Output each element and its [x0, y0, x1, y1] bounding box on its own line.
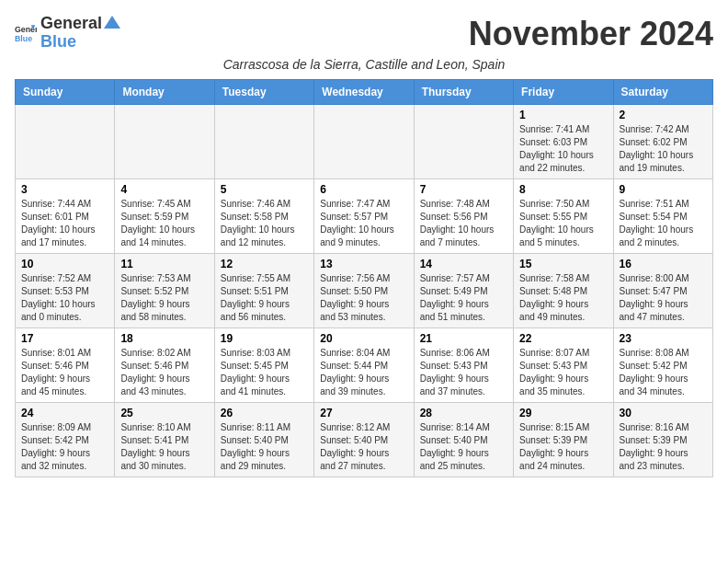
day-number: 22: [519, 332, 607, 345]
day-number: 7: [420, 183, 507, 196]
day-info: Sunrise: 8:15 AM Sunset: 5:39 PM Dayligh…: [519, 421, 607, 473]
calendar-cell: 2Sunrise: 7:42 AM Sunset: 6:02 PM Daylig…: [613, 105, 712, 179]
day-number: 11: [120, 258, 208, 270]
day-number: 9: [620, 183, 707, 196]
day-info: Sunrise: 8:08 AM Sunset: 5:42 PM Dayligh…: [620, 347, 707, 398]
weekday-header-saturday: Saturday: [613, 80, 712, 105]
day-info: Sunrise: 8:06 AM Sunset: 5:43 PM Dayligh…: [420, 347, 507, 398]
calendar-cell: 16Sunrise: 8:00 AM Sunset: 5:47 PM Dayli…: [613, 254, 712, 328]
day-info: Sunrise: 8:00 AM Sunset: 5:47 PM Dayligh…: [620, 272, 707, 324]
day-number: 27: [320, 407, 407, 419]
calendar-week-row: 24Sunrise: 8:09 AM Sunset: 5:42 PM Dayli…: [16, 403, 713, 477]
calendar-cell: [314, 105, 414, 179]
calendar-cell: 26Sunrise: 8:11 AM Sunset: 5:40 PM Dayli…: [214, 403, 313, 477]
day-number: 18: [120, 332, 208, 345]
calendar-week-row: 10Sunrise: 7:52 AM Sunset: 5:53 PM Dayli…: [16, 254, 713, 328]
day-number: 1: [519, 109, 607, 121]
day-number: 5: [221, 183, 308, 196]
day-number: 28: [420, 407, 507, 419]
weekday-header-friday: Friday: [514, 80, 613, 105]
calendar-cell: 7Sunrise: 7:48 AM Sunset: 5:56 PM Daylig…: [414, 179, 513, 254]
calendar-cell: 24Sunrise: 8:09 AM Sunset: 5:42 PM Dayli…: [16, 403, 115, 477]
day-info: Sunrise: 7:56 AM Sunset: 5:50 PM Dayligh…: [320, 272, 407, 324]
day-number: 12: [221, 258, 308, 270]
day-info: Sunrise: 8:03 AM Sunset: 5:45 PM Dayligh…: [221, 347, 308, 398]
day-info: Sunrise: 7:57 AM Sunset: 5:49 PM Dayligh…: [420, 272, 507, 324]
calendar-week-row: 1Sunrise: 7:41 AM Sunset: 6:03 PM Daylig…: [16, 105, 713, 179]
weekday-header-tuesday: Tuesday: [214, 80, 313, 105]
day-number: 17: [21, 332, 108, 345]
svg-marker-3: [104, 16, 120, 29]
day-info: Sunrise: 7:42 AM Sunset: 6:02 PM Dayligh…: [620, 123, 707, 175]
day-number: 16: [620, 258, 707, 270]
day-number: 26: [221, 407, 308, 419]
day-number: 25: [120, 407, 208, 419]
day-number: 14: [420, 258, 507, 270]
calendar-cell: 6Sunrise: 7:47 AM Sunset: 5:57 PM Daylig…: [314, 179, 414, 254]
calendar-cell: 29Sunrise: 8:15 AM Sunset: 5:39 PM Dayli…: [514, 403, 613, 477]
day-info: Sunrise: 7:41 AM Sunset: 6:03 PM Dayligh…: [519, 123, 607, 175]
calendar-cell: 14Sunrise: 7:57 AM Sunset: 5:49 PM Dayli…: [414, 254, 513, 328]
day-info: Sunrise: 8:04 AM Sunset: 5:44 PM Dayligh…: [320, 347, 407, 398]
day-info: Sunrise: 8:16 AM Sunset: 5:39 PM Dayligh…: [620, 421, 707, 473]
day-info: Sunrise: 7:55 AM Sunset: 5:51 PM Dayligh…: [221, 272, 308, 324]
svg-text:Blue: Blue: [15, 34, 32, 43]
calendar-cell: 21Sunrise: 8:06 AM Sunset: 5:43 PM Dayli…: [414, 328, 513, 403]
day-number: 4: [120, 183, 208, 196]
day-number: 8: [519, 183, 607, 196]
calendar-cell: 12Sunrise: 7:55 AM Sunset: 5:51 PM Dayli…: [214, 254, 313, 328]
day-number: 6: [320, 183, 407, 196]
calendar-cell: 1Sunrise: 7:41 AM Sunset: 6:03 PM Daylig…: [514, 105, 613, 179]
calendar-cell: 28Sunrise: 8:14 AM Sunset: 5:40 PM Dayli…: [414, 403, 513, 477]
calendar-cell: 8Sunrise: 7:50 AM Sunset: 5:55 PM Daylig…: [514, 179, 613, 254]
logo-general-text: General: [40, 15, 102, 33]
logo-triangle-icon: [104, 16, 120, 29]
day-number: 29: [519, 407, 607, 419]
day-number: 15: [519, 258, 607, 270]
calendar-table: SundayMondayTuesdayWednesdayThursdayFrid…: [15, 79, 713, 477]
month-title: November 2024: [469, 15, 713, 53]
logo: General Blue General Blue: [15, 15, 120, 52]
day-number: 21: [420, 332, 507, 345]
weekday-header-monday: Monday: [115, 80, 214, 105]
day-number: 23: [620, 332, 707, 345]
day-info: Sunrise: 8:02 AM Sunset: 5:46 PM Dayligh…: [120, 347, 208, 398]
day-info: Sunrise: 7:51 AM Sunset: 5:54 PM Dayligh…: [620, 198, 707, 249]
calendar-cell: 9Sunrise: 7:51 AM Sunset: 5:54 PM Daylig…: [613, 179, 712, 254]
day-info: Sunrise: 7:47 AM Sunset: 5:57 PM Dayligh…: [320, 198, 407, 249]
day-number: 19: [221, 332, 308, 345]
calendar-cell: [414, 105, 513, 179]
calendar-cell: 20Sunrise: 8:04 AM Sunset: 5:44 PM Dayli…: [314, 328, 414, 403]
logo-blue-text: Blue: [40, 32, 76, 51]
day-number: 13: [320, 258, 407, 270]
calendar-cell: 15Sunrise: 7:58 AM Sunset: 5:48 PM Dayli…: [514, 254, 613, 328]
subtitle: Carrascosa de la Sierra, Castille and Le…: [15, 57, 713, 72]
calendar-cell: 10Sunrise: 7:52 AM Sunset: 5:53 PM Dayli…: [16, 254, 115, 328]
calendar-cell: 13Sunrise: 7:56 AM Sunset: 5:50 PM Dayli…: [314, 254, 414, 328]
calendar-cell: 19Sunrise: 8:03 AM Sunset: 5:45 PM Dayli…: [214, 328, 313, 403]
day-number: 24: [21, 407, 108, 419]
calendar-cell: 27Sunrise: 8:12 AM Sunset: 5:40 PM Dayli…: [314, 403, 414, 477]
day-info: Sunrise: 7:45 AM Sunset: 5:59 PM Dayligh…: [120, 198, 208, 249]
day-info: Sunrise: 8:14 AM Sunset: 5:40 PM Dayligh…: [420, 421, 507, 473]
logo-icon: General Blue: [15, 22, 37, 44]
calendar-week-row: 3Sunrise: 7:44 AM Sunset: 6:01 PM Daylig…: [16, 179, 713, 254]
calendar-week-row: 17Sunrise: 8:01 AM Sunset: 5:46 PM Dayli…: [16, 328, 713, 403]
day-info: Sunrise: 8:09 AM Sunset: 5:42 PM Dayligh…: [21, 421, 108, 473]
weekday-header-thursday: Thursday: [414, 80, 513, 105]
day-info: Sunrise: 8:12 AM Sunset: 5:40 PM Dayligh…: [320, 421, 407, 473]
calendar-cell: 30Sunrise: 8:16 AM Sunset: 5:39 PM Dayli…: [613, 403, 712, 477]
day-number: 10: [21, 258, 108, 270]
calendar-cell: 17Sunrise: 8:01 AM Sunset: 5:46 PM Dayli…: [16, 328, 115, 403]
day-number: 2: [620, 109, 707, 121]
day-number: 20: [320, 332, 407, 345]
calendar-cell: 25Sunrise: 8:10 AM Sunset: 5:41 PM Dayli…: [115, 403, 214, 477]
calendar-cell: 3Sunrise: 7:44 AM Sunset: 6:01 PM Daylig…: [16, 179, 115, 254]
day-info: Sunrise: 7:48 AM Sunset: 5:56 PM Dayligh…: [420, 198, 507, 249]
calendar-cell: [16, 105, 115, 179]
day-info: Sunrise: 8:07 AM Sunset: 5:43 PM Dayligh…: [519, 347, 607, 398]
weekday-header-wednesday: Wednesday: [314, 80, 414, 105]
day-info: Sunrise: 8:11 AM Sunset: 5:40 PM Dayligh…: [221, 421, 308, 473]
day-info: Sunrise: 7:50 AM Sunset: 5:55 PM Dayligh…: [519, 198, 607, 249]
day-info: Sunrise: 8:10 AM Sunset: 5:41 PM Dayligh…: [120, 421, 208, 473]
